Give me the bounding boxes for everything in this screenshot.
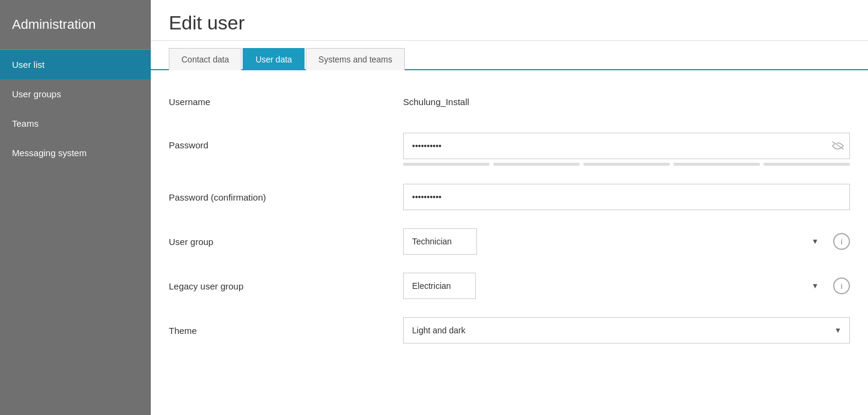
user-group-label: User group (169, 237, 403, 247)
legacy-user-group-select-container: Electrician ▼ (403, 273, 827, 299)
theme-label: Theme (169, 326, 403, 336)
password-confirmation-input[interactable] (403, 184, 850, 210)
sidebar-item-user-groups[interactable]: User groups (0, 79, 151, 109)
user-group-select[interactable]: Technician (403, 228, 477, 255)
strength-bar-2 (493, 163, 580, 166)
sidebar-item-teams[interactable]: Teams (0, 109, 151, 138)
user-group-dropdown-icon: ▼ (812, 237, 819, 246)
password-confirmation-row: Password (confirmation) (169, 184, 850, 210)
password-label: Password (169, 133, 403, 150)
sidebar-nav: User list User groups Teams Messaging sy… (0, 50, 151, 415)
legacy-user-group-select-wrapper: Electrician ▼ i (403, 273, 850, 299)
tab-user-data[interactable]: User data (243, 48, 305, 70)
main-content: Edit user Contact data User data Systems… (151, 0, 868, 415)
password-field-wrapper (403, 133, 850, 166)
sidebar-title: Administration (12, 17, 96, 32)
username-label: Username (169, 97, 403, 107)
strength-bar-3 (583, 163, 670, 166)
legacy-user-group-row: Legacy user group Electrician ▼ i (169, 273, 850, 299)
password-input-wrapper (403, 133, 850, 159)
page-header: Edit user (151, 0, 868, 41)
tabs-container: Contact data User data Systems and teams (151, 47, 868, 70)
password-confirmation-label: Password (confirmation) (169, 192, 403, 202)
legacy-user-group-dropdown-icon: ▼ (812, 282, 819, 290)
password-row: Password (169, 133, 850, 166)
user-group-select-wrapper: Technician ▼ i (403, 228, 850, 255)
password-toggle-icon[interactable] (832, 140, 844, 153)
username-row: Username Schulung_Install (169, 88, 850, 115)
password-strength-bars (403, 163, 850, 166)
form-content: Username Schulung_Install Password (151, 70, 868, 415)
sidebar-item-messaging-system[interactable]: Messaging system (0, 138, 151, 168)
password-confirmation-input-wrapper (403, 184, 850, 210)
page-title: Edit user (169, 12, 850, 34)
legacy-user-group-label: Legacy user group (169, 281, 403, 291)
sidebar-header: Administration (0, 0, 151, 50)
tab-contact-data[interactable]: Contact data (169, 48, 241, 70)
user-group-row: User group Technician ▼ i (169, 228, 850, 255)
user-group-select-container: Technician ▼ (403, 228, 827, 255)
theme-select-container: Light and dark ▼ (403, 317, 850, 344)
legacy-user-group-info-icon[interactable]: i (833, 277, 850, 294)
theme-row: Theme Light and dark ▼ (169, 317, 850, 344)
tab-systems-and-teams[interactable]: Systems and teams (306, 48, 405, 70)
username-value: Schulung_Install (403, 97, 850, 107)
sidebar: Administration User list User groups Tea… (0, 0, 151, 415)
strength-bar-4 (673, 163, 760, 166)
strength-bar-5 (763, 163, 850, 166)
strength-bar-1 (403, 163, 490, 166)
user-group-info-icon[interactable]: i (833, 233, 850, 250)
theme-select[interactable]: Light and dark (403, 317, 850, 344)
sidebar-item-user-list[interactable]: User list (0, 50, 151, 79)
legacy-user-group-select[interactable]: Electrician (403, 273, 476, 299)
password-input[interactable] (403, 133, 850, 159)
